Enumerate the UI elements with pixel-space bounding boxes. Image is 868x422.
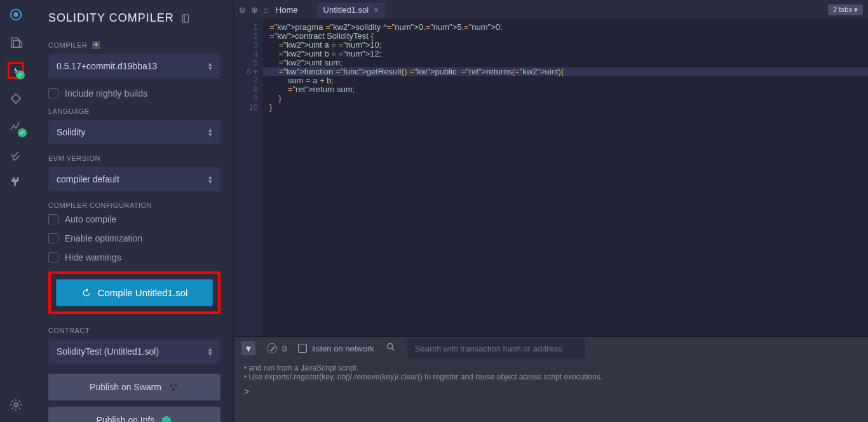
svg-marker-8 (163, 416, 172, 422)
contract-label: CONTRACT (48, 327, 220, 334)
publish-ipfs-button[interactable]: Publish on Ipfs (48, 407, 220, 422)
settings-icon[interactable] (8, 397, 24, 413)
svg-point-2 (14, 403, 18, 407)
evm-label: EVM VERSION (48, 154, 220, 162)
editor-code[interactable]: ="kw">pragma ="kw2">solidity ^="num">0.=… (263, 20, 868, 336)
terminal-toggle-icon[interactable]: ▾ (241, 341, 255, 355)
tabs-dropdown[interactable]: 2 tabs ▾ (828, 4, 863, 15)
panel-title: SOLIDITY COMPILER (48, 11, 220, 25)
terminal-search-input[interactable] (407, 339, 585, 358)
language-select[interactable]: Solidity▴▾ (48, 120, 220, 144)
svg-rect-3 (182, 15, 188, 22)
svg-point-9 (387, 344, 392, 349)
ipfs-icon (161, 414, 172, 422)
zoom-out-icon[interactable]: ⊖ (239, 5, 246, 15)
success-badge-icon (16, 71, 25, 79)
file-tab[interactable]: Untitled1.sol × (317, 3, 386, 18)
home-icon[interactable]: ⌂ (263, 5, 268, 15)
svg-point-1 (13, 12, 18, 17)
analysis-icon[interactable] (8, 118, 24, 135)
code-editor[interactable]: 123456 ▾78910 ="kw">pragma ="kw2">solidi… (234, 20, 868, 336)
book-icon (180, 13, 191, 24)
plugin-icon[interactable] (8, 174, 24, 191)
icon-rail (0, 0, 32, 422)
main-area: ⊖ ⊕ ⌂ Home Untitled1.sol × 2 tabs ▾ 1234… (234, 0, 868, 422)
terminal: ▾ 0 listen on network and run from a Jav… (234, 336, 868, 422)
language-label: LANGUAGE (48, 107, 220, 115)
remix-logo-icon[interactable] (8, 6, 24, 23)
pending-count: 0 (282, 344, 287, 353)
compiler-label: COMPILER + (48, 41, 220, 49)
plus-icon[interactable]: + (92, 41, 100, 49)
terminal-prompt[interactable]: > (244, 386, 858, 397)
svg-point-5 (170, 385, 173, 388)
terminal-output: and run from a JavaScript script.Use exp… (234, 360, 868, 422)
zoom-in-icon[interactable]: ⊕ (251, 5, 258, 15)
success-badge-icon (18, 128, 27, 137)
terminal-bar: ▾ 0 listen on network (234, 337, 868, 360)
auto-compile-checkbox[interactable]: Auto compile (48, 214, 220, 224)
file-explorer-icon[interactable] (8, 34, 24, 51)
listen-checkbox[interactable]: listen on network (298, 344, 374, 353)
publish-swarm-button[interactable]: Publish on Swarm (48, 374, 220, 400)
compiler-select[interactable]: 0.5.17+commit.d19bba13▴▾ (48, 54, 220, 78)
deploy-icon[interactable] (8, 90, 24, 107)
svg-line-10 (392, 348, 394, 350)
hide-warnings-checkbox[interactable]: Hide warnings (48, 252, 220, 262)
contract-select[interactable]: SolidityTest (Untitled1.sol)▴▾ (48, 339, 220, 364)
close-tab-icon[interactable]: × (374, 5, 379, 15)
optimize-checkbox[interactable]: Enable optimization (48, 233, 220, 243)
compile-button[interactable]: Compile Untitled1.sol (56, 279, 213, 306)
compiler-icon[interactable] (8, 62, 24, 79)
swarm-icon (168, 381, 179, 393)
search-icon[interactable] (386, 342, 396, 355)
refresh-icon (81, 288, 92, 298)
compiler-panel: SOLIDITY COMPILER COMPILER + 0.5.17+comm… (32, 0, 234, 422)
testing-icon[interactable] (8, 146, 24, 163)
svg-point-7 (172, 388, 175, 391)
compile-highlight: Compile Untitled1.sol (48, 271, 220, 314)
tab-bar: ⊖ ⊕ ⌂ Home Untitled1.sol × 2 tabs ▾ (234, 0, 868, 20)
evm-select[interactable]: compiler default▴▾ (48, 167, 220, 191)
config-label: COMPILER CONFIGURATION (48, 201, 220, 209)
svg-point-6 (174, 385, 177, 388)
home-tab[interactable]: Home (276, 5, 298, 15)
nightly-checkbox[interactable]: Include nightly builds (48, 88, 220, 99)
clear-icon[interactable] (267, 343, 277, 353)
editor-gutter: 123456 ▾78910 (234, 20, 263, 336)
